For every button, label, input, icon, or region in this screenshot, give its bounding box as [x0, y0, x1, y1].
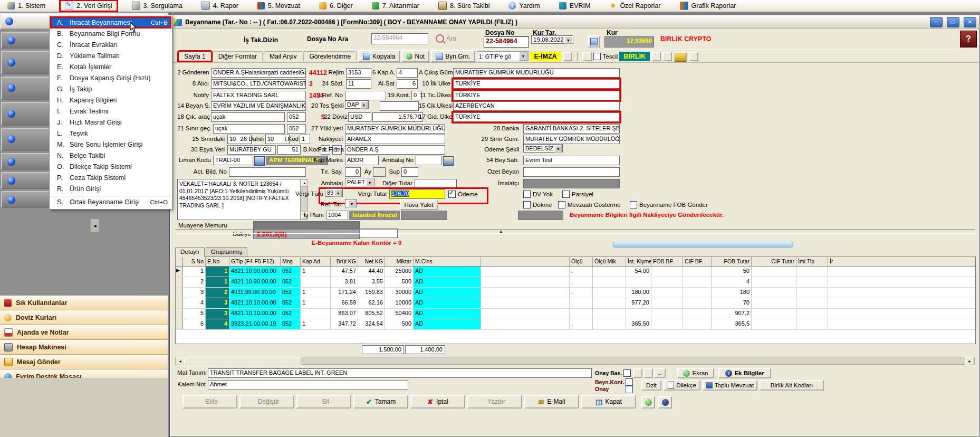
- form-tab[interactable]: Diğer Formlar: [213, 51, 263, 61]
- ambalaj-combo[interactable]: PALET: [345, 178, 374, 186]
- byn-grn-button[interactable]: Byn.Grn.: [431, 50, 475, 62]
- notify-input[interactable]: FALTEX TRADING SARL: [211, 91, 306, 100]
- onay-bas-checkbox[interactable]: [623, 369, 631, 377]
- odeme-checkbox[interactable]: Ödeme: [448, 191, 478, 198]
- tir-say-input[interactable]: 0: [345, 167, 361, 177]
- cikis-gum-input[interactable]: MURATBEY GÜMRÜK MÜDÜRLÜĞÜ: [453, 68, 620, 78]
- dropdown-menu-item[interactable]: A. Ihracat Beyannamesi Ctrl+B: [51, 17, 171, 28]
- toolbar-mini-button[interactable]: [689, 52, 698, 61]
- more-button[interactable]: ...: [654, 368, 666, 378]
- checkbox-icon[interactable]: [523, 201, 531, 208]
- kur-tar-combo[interactable]: 19.08.2022: [531, 35, 573, 44]
- gonderen-input[interactable]: ÖNDER A.ŞHalaskargazi caddesiGaz: [211, 68, 306, 78]
- dosya-no-ara-input[interactable]: 22-584964: [371, 33, 428, 44]
- toolbar-mini-button[interactable]: [582, 52, 592, 61]
- menubar-item[interactable]: 5. Mevzuat: [253, 2, 304, 10]
- mevzuati-gosterme-checkbox[interactable]: Mevzuatı Gösterme: [558, 201, 620, 208]
- not-button[interactable]: Not: [401, 50, 429, 62]
- kap-a-input[interactable]: 4: [397, 68, 418, 78]
- dropdown-menu-item[interactable]: P. Ceza Takip Sistemi: [51, 172, 171, 183]
- banka-input[interactable]: GARANTİ BANKASI-2. SİTELER ŞB: [523, 124, 620, 134]
- dropdown-menu-item[interactable]: G. İş Takip: [51, 83, 171, 94]
- tic-ulkesi-input[interactable]: TÜRKİYE: [453, 91, 620, 100]
- beyan-s-input[interactable]: EVRİM YAZILIM VE DANIŞMANLIK: [211, 101, 306, 111]
- kap-marka-input[interactable]: ADDR: [345, 156, 379, 165]
- sidebar-tool-button[interactable]: Ajanda ve Notlar: [0, 325, 168, 340]
- table-row[interactable]: 5 3 4821.10.10.00.00 052 863,07 805,52 5…: [176, 309, 975, 319]
- globe-blue-button[interactable]: [658, 396, 672, 408]
- checkbox-icon[interactable]: [593, 53, 601, 60]
- ref-tar-combo[interactable]: [345, 199, 357, 207]
- tes-sekli-extra-input[interactable]: [380, 101, 419, 111]
- sidebar-tool-button[interactable]: Sık Kullanılanlar: [0, 296, 168, 310]
- action-button[interactable]: ✘ İptal: [410, 395, 465, 408]
- kur-notes-button[interactable]: [588, 35, 600, 48]
- ref-no-input[interactable]: [345, 91, 386, 100]
- doviz-currency-input[interactable]: USD: [348, 112, 371, 122]
- vergi-tutar-input[interactable]: 176,70: [389, 189, 445, 199]
- tescil-checkbox[interactable]: Tescil: [593, 53, 618, 60]
- dosya-no-field[interactable]: 22-584964: [484, 36, 529, 48]
- edit-note-icon[interactable]: [443, 156, 454, 166]
- dilekce-button[interactable]: Dilekçe: [664, 380, 700, 391]
- dropdown-menu-item[interactable]: I. Evrak Teslimi: [51, 106, 171, 117]
- act-bild-input[interactable]: [229, 167, 306, 177]
- ambalaj-no-input[interactable]: [416, 156, 442, 165]
- sozl-input[interactable]: 11: [346, 79, 371, 89]
- users-icon-button[interactable]: [633, 368, 642, 378]
- ozet-beyan-input[interactable]: [523, 167, 620, 177]
- sinir-gec-code-input[interactable]: 052: [287, 124, 306, 134]
- menubar-item[interactable]: 4. Rapor: [197, 1, 243, 11]
- scroll-left-icon[interactable]: ◄: [176, 357, 185, 365]
- dokme-checkbox[interactable]: Dökme: [523, 201, 552, 208]
- menubar-item[interactable]: 8. Süre Takibi: [434, 1, 494, 11]
- table-row[interactable]: 4 3 4821.10.10.00.00 052 1 66,59 62,16 1…: [176, 298, 975, 309]
- parsiyel-checkbox[interactable]: Parsiyel: [562, 191, 593, 198]
- is-plani-input[interactable]: 1004: [326, 211, 348, 220]
- cik-arac-code-input[interactable]: 052: [287, 112, 306, 122]
- doviz-amount-input[interactable]: 1.576,70: [372, 112, 423, 122]
- dzlt-button[interactable]: Dzlt: [641, 380, 661, 391]
- nakliyeci-input[interactable]: ARAMEX: [345, 135, 445, 144]
- action-button[interactable]: Değiştir: [239, 395, 294, 408]
- toolbar-mini-button[interactable]: [651, 52, 661, 61]
- menubar-item[interactable]: Yardım: [504, 2, 544, 10]
- ay-input[interactable]: [373, 167, 386, 177]
- table-row[interactable]: ▶ 1 1 4821.10.90.00.00 052 1 47,57 44,40…: [176, 267, 975, 277]
- toolbar-folder-button[interactable]: [674, 52, 687, 61]
- save-icon-button[interactable]: [643, 368, 653, 378]
- table-row[interactable]: 3 2 4911.99.00.90.00 052 1 171,24 159,83…: [176, 288, 975, 298]
- form-tab[interactable]: Görevlendirme: [303, 51, 357, 61]
- table-row[interactable]: 2 1 4821.10.90.00.00 052 3,81 3,55 500 A…: [176, 277, 975, 288]
- liman-kodu-input[interactable]: TRALI-00: [213, 156, 253, 165]
- table-row[interactable]: 6 4 3923.21.00.00.19 052 1 347,72 324,54…: [176, 319, 975, 330]
- action-button[interactable]: ✔ Tamam: [353, 395, 408, 408]
- gid-ulke-input[interactable]: TÜRKİYE: [453, 112, 620, 122]
- action-button[interactable]: ✉ E-Mail: [524, 395, 579, 408]
- sidebar-tool-button[interactable]: Doviz Kurları: [0, 310, 168, 325]
- menubar-item[interactable]: 3. Sorgulama: [128, 1, 187, 11]
- menubar-item[interactable]: EVRIM: [555, 2, 595, 10]
- menubar-item[interactable]: Grafik Raporlar: [676, 1, 741, 11]
- cik-arac-input[interactable]: uçak: [211, 112, 285, 122]
- dropdown-menu-item[interactable]: N. Belge Takibi: [51, 150, 171, 161]
- dropdown-menu-item[interactable]: L. Teşvik: [51, 128, 171, 139]
- esya-yeri-input[interactable]: MURATBEY GÜ: [227, 145, 276, 155]
- sidebar-tool-button[interactable]: Hesap Makinesi: [0, 340, 168, 355]
- sidebar-tool-button[interactable]: Mesaj Gönder: [0, 355, 168, 369]
- alici-input[interactable]: MITSUI&CO., LTD./CNRTOWARIST>: [211, 79, 306, 89]
- hava-yakit-button[interactable]: Hava Yakıt: [400, 200, 438, 210]
- dv-yok-checkbox[interactable]: DV Yok: [523, 191, 553, 198]
- toplu-mevzuat-button[interactable]: Toplu Mevzuat: [703, 380, 757, 391]
- ekran-button[interactable]: →Ekran: [677, 368, 714, 378]
- checkbox-icon[interactable]: [630, 201, 637, 208]
- toolbar-mini-button[interactable]: [563, 52, 572, 61]
- printer-icon[interactable]: [254, 156, 265, 166]
- restore-button[interactable]: □: [947, 17, 959, 27]
- yukl-yeri-input[interactable]: MURATBEY GÜMRÜK MÜDÜRLÜĞÜ: [345, 124, 445, 134]
- globe-green-button[interactable]: [641, 396, 655, 408]
- action-button[interactable]: Ekle: [182, 395, 237, 408]
- dropdown-menu-item[interactable]: S. Ortak Beyanname Girişi Ctrl+O: [51, 196, 171, 207]
- help-button[interactable]: ?: [960, 31, 977, 48]
- sinir-gum-input[interactable]: MURATBEY GÜMRÜK MÜDÜRLÜĞÜ: [523, 135, 620, 144]
